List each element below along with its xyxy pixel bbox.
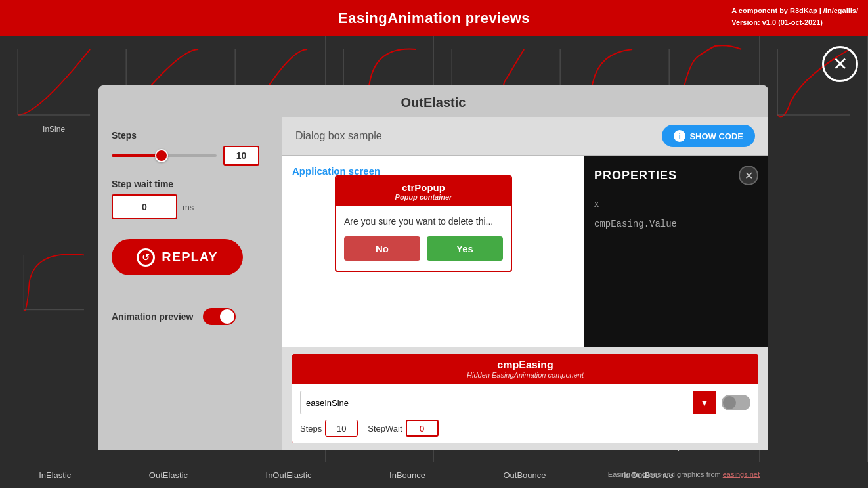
modal-body: Steps Step wait time ms ↺ REPLAY Animati… xyxy=(98,117,768,450)
props-title: PROPERTIES xyxy=(594,169,677,183)
info-icon: i xyxy=(674,130,685,142)
co-author-link[interactable]: /in/egallis/ xyxy=(823,7,858,14)
bottom-label-inoutelastic: InOutElastic xyxy=(266,470,312,480)
bottom-label-inelastic: InElastic xyxy=(39,470,71,480)
main-close-button[interactable]: ✕ xyxy=(822,46,858,82)
popup-title: ctrPopup xyxy=(344,182,503,193)
cmp-stepwait-label: StepWait xyxy=(368,424,402,433)
cmp-row2: Steps StepWait xyxy=(300,420,750,437)
step-wait-section: Step wait time ms xyxy=(112,179,269,219)
popup-no-button[interactable]: No xyxy=(344,236,420,261)
properties-panel: PROPERTIES ✕ x cmpEasing.Value xyxy=(584,156,768,347)
curve-label-1: InSine xyxy=(43,125,65,134)
cmp-title: cmpEasing xyxy=(300,359,750,371)
steps-label: Steps xyxy=(112,130,269,141)
easing-credit-text: Easing functions and graphics from xyxy=(608,470,723,478)
easing-credit: Easing functions and graphics from easin… xyxy=(608,470,760,478)
replay-button[interactable]: ↺ REPLAY xyxy=(112,239,243,275)
cmp-row1: ▼ xyxy=(300,391,750,414)
bottom-label-inbounce: InBounce xyxy=(389,470,425,480)
preview-area: Application screen ctrPopup Popup contai… xyxy=(282,156,768,347)
version-prefix: Version: xyxy=(731,18,762,26)
select-dropdown-arrow[interactable]: ▼ xyxy=(693,391,716,414)
toggle-knob xyxy=(220,309,234,324)
props-x-label: x xyxy=(594,198,758,209)
popup-buttons: No Yes xyxy=(344,236,503,261)
easing-toggle[interactable] xyxy=(722,395,750,410)
replay-label: REPLAY xyxy=(162,250,217,265)
cmp-steps-input[interactable] xyxy=(325,420,358,437)
bottom-label-outbounce: OutBounce xyxy=(503,470,546,480)
author-link[interactable]: R3dKap xyxy=(790,7,817,14)
right-panel: Dialog box sample i SHOW CODE Applicatio… xyxy=(282,117,768,450)
curve-cell-r2-1 xyxy=(0,243,108,374)
easing-link-anchor[interactable]: easings.net xyxy=(723,470,760,478)
modal-dialog: OutElastic Steps Step wait time ms ↺ xyxy=(98,85,768,450)
left-panel: Steps Step wait time ms ↺ REPLAY Animati… xyxy=(98,117,282,450)
cmp-steps-field: Steps xyxy=(300,420,358,437)
ms-label: ms xyxy=(183,202,194,212)
cmp-easing-area: cmpEasing Hidden EasingAnimation compone… xyxy=(282,347,768,450)
popup-dialog: ctrPopup Popup container Are you sure yo… xyxy=(335,175,512,272)
step-wait-input[interactable] xyxy=(112,194,177,219)
popup-yes-button[interactable]: Yes xyxy=(427,236,503,261)
header-info: A component by R3dKap | /in/egallis/ Ver… xyxy=(731,5,858,28)
app-title: EasingAnimation previews xyxy=(338,10,530,27)
replay-icon: ↺ xyxy=(137,248,155,267)
popup-subtitle: Popup container xyxy=(344,193,503,201)
show-code-label: SHOW CODE xyxy=(689,131,743,141)
cmp-stepwait-input[interactable] xyxy=(406,420,439,437)
right-panel-header: Dialog box sample i SHOW CODE xyxy=(282,117,768,156)
props-header: PROPERTIES ✕ xyxy=(594,166,758,185)
cmp-body: ▼ Steps StepWait xyxy=(292,384,758,443)
app-screen: Application screen ctrPopup Popup contai… xyxy=(282,156,584,347)
slider-container xyxy=(112,146,269,166)
version-date: (01-oct-2021) xyxy=(776,18,823,26)
popup-question: Are you sure you want to delete thi... xyxy=(344,216,503,227)
steps-slider[interactable] xyxy=(112,154,217,157)
cmp-easing-box: cmpEasing Hidden EasingAnimation compone… xyxy=(292,354,758,443)
anim-preview-label: Animation preview xyxy=(112,311,193,322)
props-value: cmpEasing.Value xyxy=(594,219,758,229)
author-name: R3dKap xyxy=(790,7,817,14)
curve-cell-r2-8 xyxy=(760,243,868,374)
cmp-stepwait-field: StepWait xyxy=(368,420,438,437)
easing-select-input[interactable] xyxy=(300,391,687,414)
animation-preview-row: Animation preview xyxy=(112,308,269,325)
step-wait-row: ms xyxy=(112,194,269,219)
version-value: v1.0 xyxy=(762,18,776,26)
steps-number-input[interactable] xyxy=(223,146,259,166)
steps-section: Steps xyxy=(112,130,269,166)
top-header: EasingAnimation previews A component by … xyxy=(0,0,868,36)
cmp-steps-label: Steps xyxy=(300,424,322,433)
bottom-label-outelastic: OutElastic xyxy=(149,470,188,480)
cmp-subtitle: Hidden EasingAnimation component xyxy=(300,371,750,379)
separator: | xyxy=(817,7,823,14)
popup-header: ctrPopup Popup container xyxy=(336,177,511,206)
credit-prefix: A component by xyxy=(731,7,790,14)
dialog-box-label: Dialog box sample xyxy=(295,130,382,142)
modal-title: OutElastic xyxy=(401,95,466,110)
step-wait-label: Step wait time xyxy=(112,179,269,189)
props-close-button[interactable]: ✕ xyxy=(739,166,758,185)
modal-header: OutElastic xyxy=(98,85,768,117)
popup-body: Are you sure you want to delete thi... N… xyxy=(336,206,511,271)
curve-svg-r2-1 xyxy=(3,250,104,315)
curve-svg-1 xyxy=(3,43,104,122)
co-author-name: /in/egallis/ xyxy=(823,7,858,14)
show-code-button[interactable]: i SHOW CODE xyxy=(662,125,755,147)
cmp-header: cmpEasing Hidden EasingAnimation compone… xyxy=(292,354,758,384)
animation-preview-toggle[interactable] xyxy=(203,308,236,325)
toggle-small-knob xyxy=(723,396,736,409)
